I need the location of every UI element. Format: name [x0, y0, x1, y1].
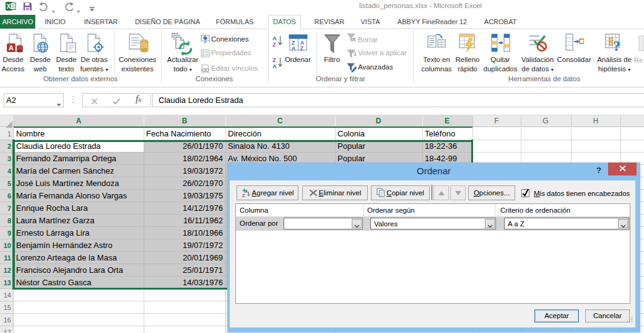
svg-text:Z: Z [242, 193, 245, 198]
svg-text:Z: Z [300, 45, 304, 51]
svg-text:Z: Z [272, 41, 276, 48]
svg-text:X: X [7, 3, 11, 10]
svg-text:A: A [292, 45, 296, 51]
svg-text:A: A [9, 44, 14, 51]
svg-text:A: A [245, 189, 248, 194]
svg-text:?: ? [613, 38, 620, 53]
